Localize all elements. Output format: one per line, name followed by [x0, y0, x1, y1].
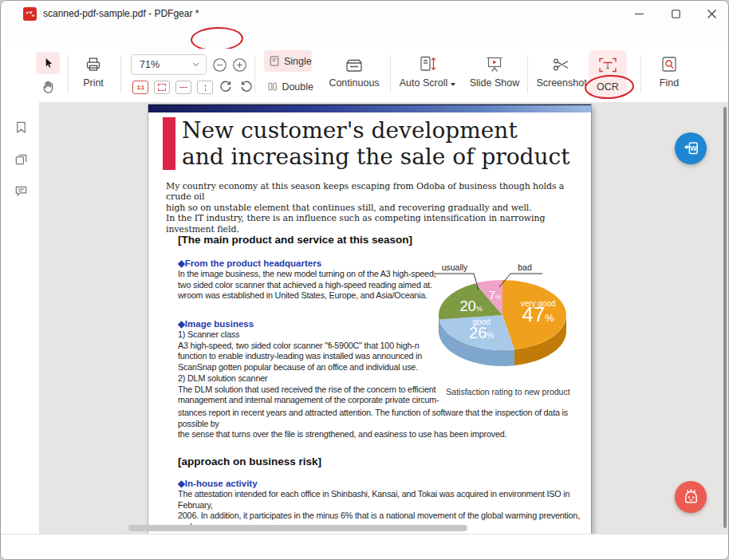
screenshot-button[interactable]: Screenshot: [534, 52, 589, 89]
ocr-button[interactable]: OCR: [589, 50, 627, 98]
single-label: Single: [284, 56, 312, 67]
rotate-left-icon: [239, 80, 254, 95]
divider: [390, 55, 391, 93]
ocr-icon: [597, 55, 618, 78]
title-accent-bar: [163, 117, 175, 170]
page-header-band: [148, 105, 591, 112]
convert-to-word-icon: W: [680, 138, 701, 159]
fit-height-icon: [205, 85, 206, 91]
menu-row: Home Annotate Edit Form Page Tools Help: [1, 26, 728, 49]
slide-show-label: Slide Show: [470, 77, 520, 89]
fit-width-icon: [179, 87, 187, 88]
find-label: Find: [660, 77, 679, 89]
screenshot-icon: [552, 52, 571, 73]
single-page-mode-button[interactable]: Single: [264, 50, 312, 72]
zoom-in-button[interactable]: [232, 57, 247, 76]
slide-show-button[interactable]: Slide Show: [466, 52, 523, 89]
comments-panel-button[interactable]: [12, 182, 30, 199]
divider: [254, 55, 255, 93]
zoom-level-combobox[interactable]: 71%: [131, 54, 207, 75]
thumbnails-panel-button[interactable]: [12, 150, 30, 168]
select-tool-button[interactable]: [36, 52, 60, 74]
continuous-label: Continuous: [329, 77, 379, 89]
minimize-button[interactable]: [621, 1, 657, 26]
pdf-page: New customer's development and increasin…: [148, 105, 591, 534]
zoom-in-icon: [232, 57, 247, 73]
bottom-bar: 1/1 71%: [1, 534, 728, 560]
svg-text:W: W: [690, 144, 697, 152]
ribbon-toolbar: Print 71% 1:1: [1, 49, 728, 103]
actual-size-icon: 1:1: [137, 85, 144, 90]
divider: [68, 55, 69, 93]
maximize-button[interactable]: [657, 1, 694, 26]
print-button[interactable]: Print: [74, 52, 112, 89]
close-icon: [707, 10, 716, 18]
rotate-right-button[interactable]: [218, 80, 233, 98]
auto-scroll-button[interactable]: Auto Scroll: [396, 52, 459, 89]
fit-height-button[interactable]: [197, 81, 213, 94]
ai-robot-icon: [680, 487, 702, 508]
divider: [527, 55, 528, 93]
svg-text:bad: bad: [518, 262, 532, 272]
comments-icon: [14, 183, 29, 199]
divider: [120, 55, 121, 93]
double-page-mode-button[interactable]: Double: [262, 76, 313, 97]
bookmarks-icon: [14, 120, 29, 135]
pdfgear-logo: [23, 7, 37, 21]
divider: [640, 55, 641, 93]
minimize-icon: [635, 10, 644, 18]
thumbnails-icon: [14, 152, 29, 167]
section-heading: [approach on business risk]: [178, 455, 321, 467]
pdfgear-window: scanned-pdf-sample.pdf - PDFgear *: [0, 0, 729, 560]
actual-size-button[interactable]: 1:1: [132, 81, 148, 94]
close-button[interactable]: [693, 1, 729, 26]
double-label: Double: [282, 81, 313, 93]
document-intro: My country economy at this season keeps …: [166, 181, 591, 235]
continuous-icon: [345, 52, 364, 73]
find-icon: [660, 52, 678, 73]
fit-page-button[interactable]: [154, 81, 170, 94]
subsection-heading: ◆Image business: [178, 318, 254, 329]
rotate-right-icon: [218, 80, 233, 95]
paragraph: stances report in recent years and attra…: [178, 408, 591, 440]
screenshot-label: Screenshot: [536, 77, 586, 89]
chevron-down-icon: [192, 62, 199, 67]
subsection-heading: ◆In-house activity: [178, 478, 258, 489]
chart-caption: Satisfaction rating to new product: [426, 387, 590, 396]
auto-scroll-icon: [418, 52, 437, 73]
document-title: New customer's development and increasin…: [182, 117, 569, 170]
horizontal-scrollbar-thumb[interactable]: [128, 525, 467, 531]
fit-width-button[interactable]: [175, 81, 191, 94]
double-page-icon: [268, 81, 277, 93]
satisfaction-pie-chart: very good47%good26%20%7%usuallybad Satis…: [426, 261, 590, 396]
window-title: scanned-pdf-sample.pdf - PDFgear *: [43, 8, 199, 19]
select-tool-icon: [41, 57, 54, 69]
zoom-level-value: 71%: [140, 59, 160, 70]
print-icon: [84, 52, 103, 73]
hand-tool-icon: [41, 80, 55, 94]
find-button[interactable]: Find: [648, 52, 690, 89]
continuous-mode-button[interactable]: Continuous: [324, 52, 384, 89]
titlebar: scanned-pdf-sample.pdf - PDFgear *: [1, 1, 728, 26]
rotate-left-button[interactable]: [239, 80, 254, 98]
single-page-icon: [270, 55, 279, 67]
zoom-out-button[interactable]: [212, 57, 227, 76]
auto-scroll-label: Auto Scroll: [400, 77, 455, 89]
section-heading: [The main product and service at this se…: [178, 234, 412, 246]
slide-show-icon: [485, 52, 504, 73]
chevron-down-icon: [451, 83, 455, 86]
svg-text:usually: usually: [442, 262, 468, 272]
zoom-out-icon: [212, 57, 227, 73]
paragraph: 1) Scanner class A3 high-speed, two side…: [178, 329, 439, 406]
left-panel-bar: [1, 102, 40, 534]
fit-page-icon: [158, 84, 166, 91]
print-label: Print: [83, 77, 104, 89]
maximize-icon: [672, 10, 680, 18]
subsection-heading: ◆From the product headquarters: [178, 258, 321, 269]
convert-to-word-button[interactable]: W: [675, 132, 707, 164]
hand-tool-button[interactable]: [36, 76, 60, 98]
bookmarks-panel-button[interactable]: [12, 118, 30, 136]
ocr-label: OCR: [597, 81, 619, 93]
vertical-scrollbar-thumb[interactable]: [723, 107, 727, 528]
ai-robot-button[interactable]: [675, 481, 707, 513]
